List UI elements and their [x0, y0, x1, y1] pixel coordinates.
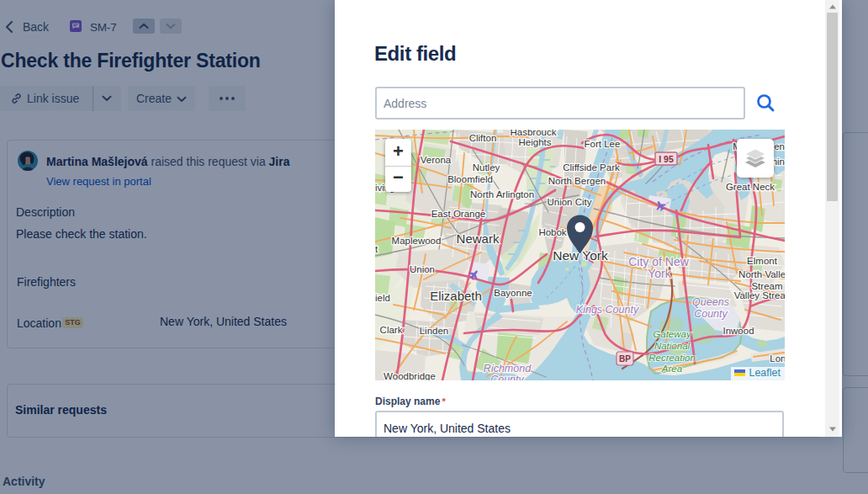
svg-text:North Bergen: North Bergen — [548, 176, 606, 186]
svg-text:BP: BP — [619, 354, 631, 364]
svg-text:ield: ield — [375, 293, 390, 303]
svg-text:North Arlington: North Arlington — [470, 189, 534, 199]
svg-text:Heights: Heights — [519, 137, 552, 147]
svg-text:County: County — [490, 374, 524, 380]
svg-text:Area: Area — [661, 364, 682, 374]
svg-text:Clark: Clark — [380, 325, 403, 335]
svg-text:County: County — [694, 308, 728, 320]
svg-text:Verona: Verona — [421, 155, 452, 165]
svg-text:Hobok: Hobok — [538, 227, 566, 237]
svg-text:Long Beach: Long Beach — [770, 353, 785, 364]
svg-text:Elmont: Elmont — [747, 256, 778, 266]
svg-text:Queens: Queens — [692, 296, 729, 308]
svg-text:North Valley: North Valley — [738, 269, 785, 279]
svg-text:Clifton: Clifton — [469, 133, 497, 143]
svg-text:Richmond: Richmond — [484, 363, 532, 374]
svg-text:Cliffside Park: Cliffside Park — [563, 162, 620, 173]
svg-text:York: York — [648, 267, 672, 280]
svg-text:Linden: Linden — [420, 326, 449, 336]
svg-text:Hasbrouck: Hasbrouck — [511, 130, 557, 137]
svg-text:Gateway: Gateway — [653, 329, 692, 339]
svg-text:Newark: Newark — [457, 231, 500, 246]
svg-text:Fort Lee: Fort Lee — [585, 139, 621, 149]
svg-text:Union: Union — [410, 264, 435, 274]
svg-text:Valley Stream: Valley Stream — [734, 290, 785, 300]
svg-text:Woodbridge: Woodbridge — [384, 371, 436, 380]
svg-text:Recreation: Recreation — [648, 353, 696, 363]
svg-text:en: en — [774, 141, 785, 151]
svg-text:Kings County: Kings County — [576, 304, 639, 316]
svg-text:I 95: I 95 — [659, 154, 674, 164]
svg-text:Bloomfield: Bloomfield — [447, 174, 493, 184]
svg-text:Bayonne: Bayonne — [494, 288, 532, 298]
svg-text:National: National — [654, 341, 691, 351]
svg-text:Great Neck: Great Neck — [726, 182, 775, 192]
svg-text:Union City: Union City — [547, 197, 591, 207]
svg-text:Maplewood: Maplewood — [392, 236, 442, 246]
svg-text:East Orange: East Orange — [431, 209, 486, 219]
svg-text:Inwood: Inwood — [722, 326, 754, 336]
svg-text:Nutley: Nutley — [473, 162, 500, 173]
svg-text:Elizabeth: Elizabeth — [430, 289, 482, 303]
